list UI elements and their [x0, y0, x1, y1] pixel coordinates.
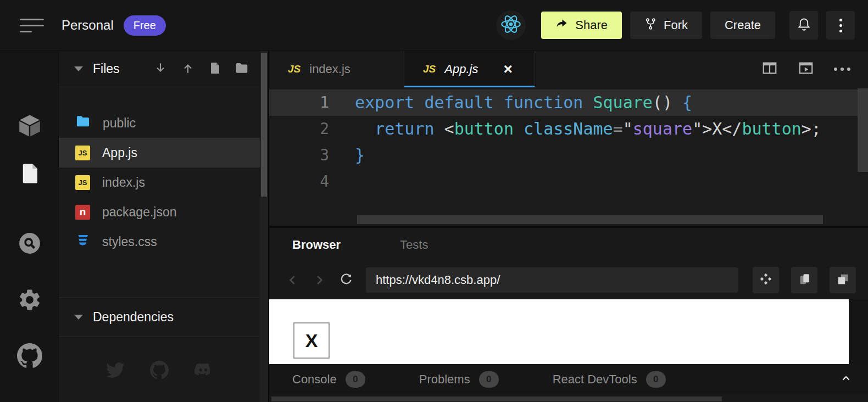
github-icon[interactable] [150, 361, 169, 382]
twitter-icon[interactable] [106, 361, 125, 382]
code-token: { [682, 93, 692, 112]
count-badge: 0 [646, 371, 666, 388]
react-devtools-tab[interactable]: React DevTools 0 [553, 371, 666, 388]
new-folder-icon[interactable] [235, 61, 249, 77]
file-row-public[interactable]: public [59, 108, 260, 138]
tab-index-js[interactable]: JS index.js [269, 51, 404, 87]
preview-area: X [269, 299, 868, 364]
tab-tests[interactable]: Tests [400, 238, 428, 252]
code-line[interactable]: 1 export default function Square() { [269, 90, 868, 116]
code-line[interactable]: 3 } [269, 142, 868, 169]
tab-app-js[interactable]: JS App.js × [404, 51, 535, 87]
fork-icon [644, 18, 657, 34]
discord-icon[interactable] [194, 361, 213, 382]
kebab-menu-icon [839, 19, 842, 32]
close-tab-icon[interactable]: × [503, 62, 512, 77]
rail-deploy-button[interactable] [0, 399, 59, 402]
create-label: Create [725, 18, 761, 32]
rail-search-button[interactable] [0, 231, 59, 258]
responsive-mode-icon [759, 272, 773, 288]
code-line[interactable]: 4 [269, 169, 868, 195]
forward-icon[interactable] [312, 273, 326, 287]
code-token: className [524, 119, 613, 138]
explorer-scrollbar-thumb[interactable] [261, 53, 267, 197]
chevron-down-icon [74, 315, 83, 320]
console-tab[interactable]: Console 0 [292, 371, 365, 388]
share-button[interactable]: Share [541, 12, 622, 39]
js-file-icon: JS [288, 63, 301, 75]
reload-icon[interactable] [338, 272, 354, 288]
npm-file-icon: n [75, 205, 90, 220]
horizontal-scrollbar-thumb[interactable] [357, 215, 823, 224]
rail-sandbox-button[interactable] [0, 113, 59, 141]
url-input[interactable] [366, 267, 738, 293]
responsive-mode-button[interactable] [753, 267, 779, 293]
explorer-actions [153, 61, 249, 77]
bottom-scrollbar[interactable] [269, 395, 868, 402]
file-name: public [103, 116, 136, 131]
search-icon [18, 231, 42, 258]
chevron-down-icon [74, 66, 83, 71]
share-icon [555, 17, 569, 34]
rail-files-button[interactable] [0, 162, 59, 187]
javascript-file-icon: JS [75, 146, 90, 160]
tab-browser[interactable]: Browser [292, 238, 341, 252]
browser-preview[interactable]: X [269, 299, 849, 364]
js-file-icon: JS [423, 63, 436, 75]
plan-badge[interactable]: Free [124, 15, 166, 36]
code-token: } [355, 146, 365, 165]
code-token: = [613, 119, 623, 138]
fork-button[interactable]: Fork [630, 12, 702, 39]
code-editor[interactable]: 1 export default function Square() { 2 r… [269, 87, 868, 226]
file-row-app-js[interactable]: JS App.js [59, 138, 260, 168]
download-icon[interactable] [153, 61, 168, 77]
folder-icon [75, 114, 91, 132]
dependencies-section-header[interactable]: Dependencies [59, 298, 260, 337]
split-editor-icon[interactable] [761, 60, 778, 79]
files-icon [18, 162, 41, 187]
create-button[interactable]: Create [710, 12, 775, 39]
collapse-console-icon[interactable] [839, 372, 853, 387]
tab-label: App.js [444, 62, 478, 76]
react-devtools-label: React DevTools [553, 372, 637, 387]
bell-icon [797, 17, 811, 34]
rail-settings-button[interactable] [0, 287, 59, 315]
upload-icon[interactable] [181, 61, 195, 77]
react-template-button[interactable] [496, 10, 526, 40]
code-token: () [653, 93, 682, 112]
copy-window-icon [798, 272, 811, 288]
file-row-index-js[interactable]: JS index.js [59, 168, 260, 197]
workspace-name[interactable]: Personal [62, 18, 114, 33]
back-icon[interactable] [286, 273, 300, 287]
file-row-styles-css[interactable]: styles.css [59, 227, 260, 256]
console-bar: Console 0 Problems 0 React DevTools 0 [269, 364, 868, 395]
count-badge: 0 [346, 371, 365, 388]
explorer-scrollbar[interactable] [260, 51, 268, 402]
more-actions-icon[interactable] [834, 68, 850, 71]
vertical-scrollbar-thumb[interactable] [858, 88, 868, 172]
open-window-button[interactable] [830, 267, 856, 293]
count-badge: 0 [479, 371, 499, 388]
dependencies-title: Dependencies [93, 310, 174, 325]
code-line[interactable]: 2 return <button className="square">X</b… [269, 116, 868, 142]
square-button[interactable]: X [293, 322, 330, 359]
code-token: " [692, 119, 702, 138]
code-text: } [329, 142, 365, 169]
notifications-button[interactable] [789, 11, 818, 40]
files-section-header[interactable]: Files [59, 51, 260, 87]
copy-window-button[interactable] [791, 267, 817, 293]
css-file-icon [75, 233, 90, 251]
code-text: export default function Square() { [329, 90, 692, 116]
file-row-package-json[interactable]: n package.json [59, 197, 260, 227]
rail-github-button[interactable] [0, 343, 59, 371]
bottom-scrollbar-thumb[interactable] [271, 397, 722, 401]
code-token: >X</ [702, 119, 742, 138]
menu-icon[interactable] [20, 19, 45, 32]
file-name: package.json [102, 205, 177, 220]
open-preview-icon[interactable] [798, 60, 814, 79]
more-options-button[interactable] [826, 11, 855, 40]
code-token: " [623, 119, 633, 138]
code-token: >; [802, 119, 821, 138]
problems-tab[interactable]: Problems 0 [419, 371, 499, 388]
new-file-icon[interactable] [208, 62, 221, 77]
